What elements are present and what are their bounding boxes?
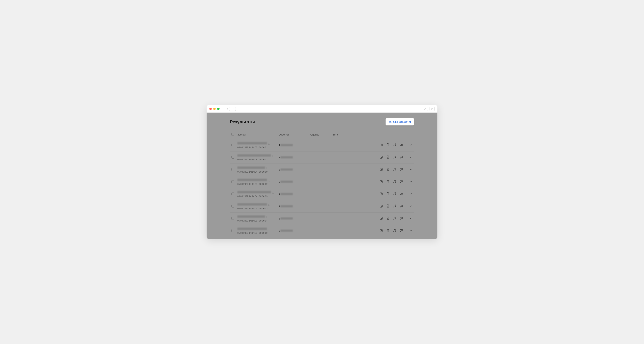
- row-checkbox[interactable]: [232, 192, 234, 195]
- share-icon[interactable]: [380, 143, 383, 147]
- row-checkbox[interactable]: [232, 168, 234, 171]
- share-icon[interactable]: [380, 216, 383, 221]
- row-checkbox[interactable]: [232, 205, 234, 208]
- music-icon[interactable]: [393, 216, 396, 221]
- music-icon[interactable]: [393, 180, 396, 184]
- row-checkbox[interactable]: [232, 180, 234, 183]
- share-icon[interactable]: [380, 156, 383, 160]
- row-actions: [347, 213, 414, 225]
- table-row[interactable]: 05.08.2022 14:14:04 · 00:00:00 7: [230, 164, 414, 176]
- select-all-checkbox[interactable]: [232, 133, 234, 136]
- share-icon[interactable]: [380, 180, 383, 184]
- table-row[interactable]: 05.08.2022 14:14:03 · 00:00:03 7: [230, 200, 414, 213]
- close-window-icon[interactable]: [209, 108, 212, 110]
- loading-spinner-icon: [266, 216, 268, 218]
- comment-icon[interactable]: [400, 156, 403, 160]
- rating-cell: [309, 200, 331, 213]
- forward-button[interactable]: [231, 107, 236, 111]
- clipboard-icon[interactable]: [386, 168, 390, 172]
- share-button[interactable]: [423, 107, 428, 111]
- chevron-down-icon[interactable]: [409, 180, 412, 184]
- rating-cell: [309, 139, 331, 152]
- phone-number: 7: [279, 180, 293, 184]
- share-icon[interactable]: [380, 229, 383, 233]
- clipboard-icon[interactable]: [386, 156, 390, 160]
- row-checkbox[interactable]: [232, 217, 234, 220]
- phone-number: 7: [279, 168, 293, 171]
- svg-point-41: [394, 219, 394, 220]
- phone-prefix: 7: [279, 168, 280, 171]
- loading-spinner-icon: [266, 167, 268, 169]
- caller-name-redacted: [237, 216, 265, 218]
- results-table: Звонил Ответил Оценка Теги 05.08.2022 14…: [230, 131, 414, 237]
- browser-chrome: [206, 105, 438, 113]
- clipboard-icon[interactable]: [386, 204, 390, 208]
- table-row[interactable]: 05.08.2022 14:14:05 · 00:00:01 7: [230, 139, 414, 152]
- phone-number: 7: [279, 230, 293, 232]
- tabs-button[interactable]: [430, 107, 435, 111]
- chevron-down-icon[interactable]: [409, 156, 412, 160]
- music-icon[interactable]: [393, 143, 396, 147]
- music-icon[interactable]: [393, 204, 396, 208]
- table-row[interactable]: 05.08.2022 14:14:04 · 00:00:03 7: [230, 188, 414, 200]
- caller-name-redacted: [237, 166, 265, 169]
- comment-icon[interactable]: [400, 168, 403, 172]
- row-actions: [347, 164, 414, 176]
- download-report-label: Скачать отчет: [393, 120, 411, 124]
- chevron-down-icon[interactable]: [409, 204, 412, 208]
- clipboard-icon[interactable]: [386, 216, 390, 221]
- music-icon[interactable]: [393, 192, 396, 196]
- music-icon[interactable]: [393, 156, 396, 160]
- chevron-down-icon[interactable]: [409, 192, 412, 196]
- clipboard-icon[interactable]: [386, 229, 390, 233]
- header-row: Результаты Скачать отчет: [230, 118, 414, 126]
- comment-icon[interactable]: [400, 216, 403, 221]
- chevron-down-icon[interactable]: [409, 168, 412, 172]
- clipboard-icon[interactable]: [386, 192, 390, 196]
- tags-cell: [331, 152, 347, 164]
- comment-icon[interactable]: [400, 180, 403, 184]
- viewport: Результаты Скачать отчет Звонил Ответ: [206, 113, 438, 239]
- table-row[interactable]: 05.08.2022 14:14:03 · 00:00:00 7: [230, 225, 414, 237]
- chevron-down-icon[interactable]: [409, 143, 412, 147]
- table-row[interactable]: 05.08.2022 14:14:04 · 00:00:02 7: [230, 176, 414, 188]
- svg-point-47: [394, 231, 394, 232]
- chevron-down-icon[interactable]: [409, 216, 412, 221]
- table-row[interactable]: 05.08.2022 14:14:03 · 00:00:04 7: [230, 213, 414, 225]
- download-icon: [388, 120, 392, 124]
- svg-point-48: [395, 231, 396, 232]
- comment-icon[interactable]: [400, 204, 403, 208]
- caller-meta: 05.08.2022 14:14:03 · 00:00:03: [237, 207, 276, 210]
- music-icon[interactable]: [393, 229, 396, 233]
- loading-spinner-icon: [272, 192, 274, 194]
- download-report-button[interactable]: Скачать отчет: [386, 118, 414, 126]
- phone-prefix: 7: [279, 156, 280, 159]
- comment-icon[interactable]: [400, 192, 403, 196]
- caller-name-redacted: [237, 228, 267, 230]
- phone-prefix: 7: [279, 193, 280, 196]
- row-checkbox[interactable]: [232, 229, 234, 232]
- music-icon[interactable]: [393, 168, 396, 172]
- comment-icon[interactable]: [400, 229, 403, 233]
- share-icon[interactable]: [380, 204, 383, 208]
- back-button[interactable]: [225, 107, 230, 111]
- share-icon[interactable]: [380, 168, 383, 172]
- comment-icon[interactable]: [400, 143, 403, 147]
- caller-name-redacted: [237, 179, 267, 181]
- row-checkbox[interactable]: [232, 144, 234, 146]
- minimize-window-icon[interactable]: [213, 108, 216, 110]
- chevron-down-icon[interactable]: [409, 229, 412, 233]
- rating-cell: [309, 176, 331, 188]
- svg-point-12: [395, 158, 396, 158]
- phone-number: 7: [279, 205, 293, 208]
- phone-prefix: 7: [279, 144, 280, 147]
- phone-redacted: [280, 205, 293, 207]
- col-rating: Оценка: [309, 131, 331, 139]
- rating-cell: [309, 164, 331, 176]
- clipboard-icon[interactable]: [386, 143, 390, 147]
- share-icon[interactable]: [380, 192, 383, 196]
- maximize-window-icon[interactable]: [217, 108, 220, 110]
- table-row[interactable]: 05.08.2022 14:14:05 · 00:00:03 7: [230, 152, 414, 164]
- clipboard-icon[interactable]: [386, 180, 390, 184]
- row-checkbox[interactable]: [232, 156, 234, 158]
